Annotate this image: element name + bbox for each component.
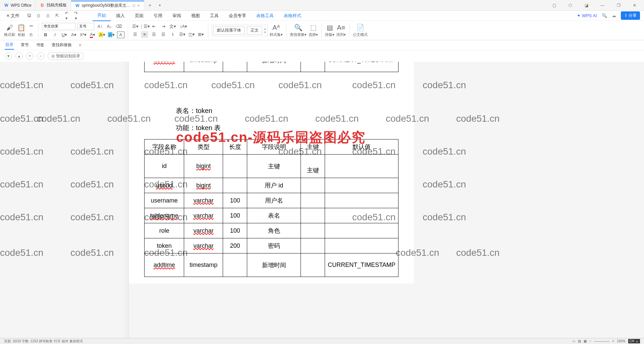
bullet-list-icon[interactable]: ☰▾: [131, 23, 139, 30]
add-icon[interactable]: +: [26, 52, 34, 60]
redo-icon[interactable]: ↷ ▾: [73, 11, 79, 21]
close-icon[interactable]: ✕: [137, 4, 140, 7]
highlight-icon[interactable]: A▾: [98, 32, 106, 38]
tab-review[interactable]: 审阅: [168, 11, 186, 21]
tab-table-style[interactable]: 表格样式: [279, 11, 306, 21]
bold-icon[interactable]: B: [42, 32, 49, 38]
line-spacing-icon[interactable]: ↕A▾: [178, 23, 189, 30]
style-set-button[interactable]: Aᴬ 样式集▾: [270, 23, 283, 37]
font-size-select[interactable]: [77, 23, 94, 30]
print-preview-icon[interactable]: ⎙: [36, 13, 42, 18]
find-replace-button[interactable]: 🔍 查找替换▾: [290, 23, 307, 37]
smart-toc-button[interactable]: ◎ 智能识别目录: [48, 52, 84, 60]
tab-dropdown-icon[interactable]: ▾: [156, 3, 164, 7]
minimize-button[interactable]: —: [596, 1, 609, 10]
zoom-in-icon[interactable]: +: [612, 339, 614, 343]
style-gallery[interactable]: 默认段落字体 正文 ▴ ▾: [212, 25, 268, 36]
tab-document[interactable]: W springboot3y50l数据库文… ⊡ ✕: [71, 1, 144, 10]
style-down-icon[interactable]: ▾: [264, 31, 266, 34]
select-button[interactable]: ⬚ 选择▾: [309, 23, 318, 37]
official-mode-button[interactable]: 📄 公文模式: [353, 23, 368, 37]
vertical-ruler[interactable]: [125, 62, 129, 338]
tab-insert[interactable]: 插入: [111, 11, 129, 21]
tab-tools[interactable]: 工具: [205, 11, 223, 21]
nav-toc[interactable]: 目录: [5, 41, 14, 50]
tab-member[interactable]: 会员专享: [224, 11, 251, 21]
style-body[interactable]: 正文: [247, 26, 262, 35]
zoom-slider[interactable]: ——○——: [594, 339, 609, 343]
style-up-icon[interactable]: ▴: [264, 27, 266, 31]
print-icon[interactable]: ⎙: [45, 13, 51, 18]
number-list-icon[interactable]: ⋮☰▾: [141, 23, 148, 30]
decrease-indent-icon[interactable]: ⇤: [150, 23, 158, 30]
distribute-icon[interactable]: ⫴: [169, 31, 176, 38]
superscript-icon[interactable]: X²▾: [79, 32, 87, 38]
borders-icon[interactable]: ⊞▾: [197, 31, 205, 38]
align-justify-icon[interactable]: ☰: [160, 31, 167, 38]
user-avatar-icon[interactable]: ◪: [580, 1, 593, 10]
table-token[interactable]: 字段名称 类型 长度 字段说明 主键 默认值 id bigint 主键 主键 u…: [144, 139, 398, 277]
tab-page[interactable]: 页面: [130, 11, 148, 21]
decrease-font-icon[interactable]: A↓: [106, 23, 113, 30]
style-default-para[interactable]: 默认段落字体: [213, 26, 245, 35]
font-name-select[interactable]: [42, 23, 75, 30]
zoom-out-icon[interactable]: −: [589, 339, 591, 343]
share-button[interactable]: ⇪ 分享: [621, 11, 640, 20]
ime-indicator[interactable]: CH ☺: [628, 339, 640, 343]
layout-button[interactable]: ▤ 排版▾: [325, 23, 334, 37]
tab-table-tools[interactable]: 表格工具: [252, 11, 278, 21]
table-fragment-top[interactable]: addtime timestamp 新增时间 CURRENT_TIMESTAMP: [144, 62, 398, 72]
line-height-icon[interactable]: ☰▾: [178, 31, 186, 38]
strikethrough-icon[interactable]: A▾: [70, 32, 77, 38]
restore-down-icon[interactable]: ▢: [547, 1, 561, 10]
shading-icon[interactable]: ◫▾: [188, 31, 195, 38]
view-web-icon[interactable]: ▦: [584, 339, 587, 343]
align-left-icon[interactable]: ☰: [131, 31, 139, 38]
package-icon[interactable]: ⬡: [564, 1, 577, 10]
format-brush-button[interactable]: 🖌 格式刷: [4, 24, 15, 37]
tab-template[interactable]: D 找稿壳模板: [36, 1, 71, 10]
highlight2-icon[interactable]: A▾: [108, 32, 115, 38]
align-center-icon[interactable]: ≡: [141, 31, 148, 38]
status-left-text: 页面: 10/10 字数: 1253 拼写检查: 打开 校对 兼容模式: [4, 339, 83, 344]
tab-wps-office[interactable]: W WPS Office: [0, 1, 36, 10]
tab-reference[interactable]: 引用: [149, 11, 167, 21]
font-box-icon[interactable]: A: [117, 32, 124, 38]
remove-icon[interactable]: −: [37, 52, 44, 60]
wps-ai-button[interactable]: ✦ WPS AI: [577, 13, 597, 18]
view-read-icon[interactable]: ▤: [578, 339, 581, 343]
cut-icon[interactable]: ✂: [28, 23, 35, 30]
cloud-sync-icon[interactable]: ☁: [612, 13, 616, 18]
save-icon[interactable]: 🖫: [26, 13, 32, 18]
expand-icon[interactable]: ▴: [15, 52, 23, 60]
maximize-button[interactable]: ❐: [612, 1, 625, 10]
view-mode-icon[interactable]: ▭: [572, 339, 575, 343]
tab-menu-icon[interactable]: ⊡: [132, 4, 135, 7]
nav-chapter[interactable]: 章节: [20, 41, 30, 49]
nav-find-replace[interactable]: 查找和替换: [51, 41, 72, 49]
zoom-value[interactable]: 150%: [617, 339, 626, 343]
increase-indent-icon[interactable]: ⇥: [160, 23, 167, 30]
clear-format-icon[interactable]: ⌫: [115, 23, 122, 30]
underline-icon[interactable]: U▾: [61, 32, 68, 38]
arrange-button[interactable]: A≡ 排列▾: [336, 24, 346, 37]
nav-close-icon[interactable]: ✕: [78, 43, 82, 48]
file-menu[interactable]: ≡ 文件: [4, 11, 22, 20]
nav-bookmark[interactable]: 书签: [36, 41, 45, 49]
increase-font-icon[interactable]: A↑: [96, 23, 104, 30]
export-icon[interactable]: ⇱: [54, 13, 60, 18]
font-color-icon[interactable]: A▾: [89, 32, 96, 38]
new-tab-button[interactable]: ＋: [144, 2, 156, 8]
text-direction-icon[interactable]: 文▾: [169, 23, 176, 30]
document-page[interactable]: addtime timestamp 新增时间 CURRENT_TIMESTAMP…: [129, 62, 414, 284]
tab-start[interactable]: 开始: [93, 10, 111, 21]
undo-icon[interactable]: ↶ ▾: [64, 11, 70, 21]
paste-button[interactable]: 📋 粘贴: [17, 23, 25, 37]
align-right-icon[interactable]: ☰: [150, 31, 158, 38]
close-window-button[interactable]: ✕: [628, 1, 641, 10]
tab-view[interactable]: 视图: [186, 11, 205, 21]
search-icon[interactable]: 🔍: [602, 13, 607, 18]
italic-icon[interactable]: I: [51, 32, 59, 38]
collapse-icon[interactable]: ▾: [5, 52, 12, 60]
copy-icon[interactable]: ⎘: [28, 32, 35, 38]
